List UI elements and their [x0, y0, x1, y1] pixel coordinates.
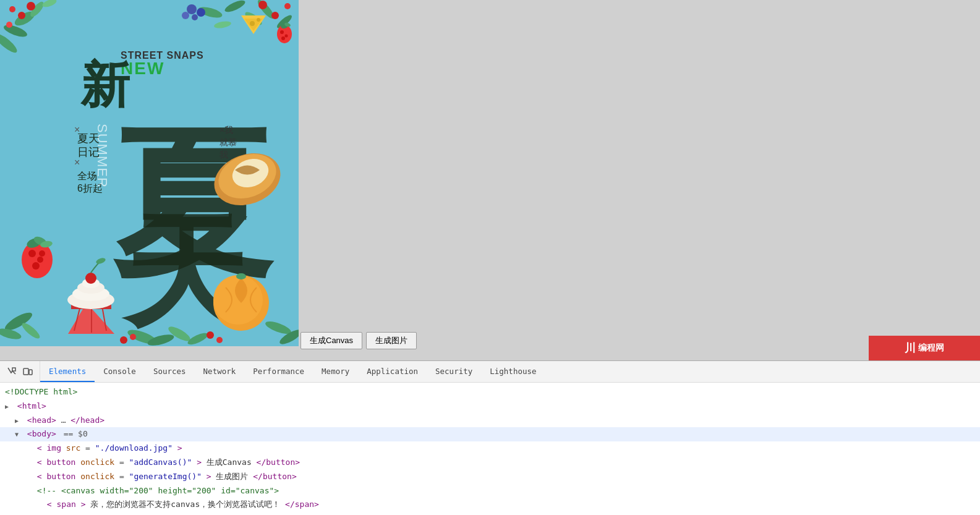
devtools-toolbar: Elements Console Sources Network Perform… — [0, 361, 980, 383]
webpage-buttons-container: 生成Canvas 生成图片 — [300, 332, 417, 349]
html-line-html[interactable]: ▶ <html> — [0, 399, 980, 414]
devtools-tabs: Elements Console Sources Network Perform… — [40, 361, 980, 382]
svg-text:×我: ×我 — [219, 125, 233, 135]
logo-icon: 川 — [905, 341, 916, 355]
svg-point-18 — [258, 1, 267, 9]
svg-point-32 — [192, 14, 198, 20]
tab-lighthouse[interactable]: Lighthouse — [481, 361, 545, 382]
svg-point-67 — [85, 273, 96, 284]
svg-text:新: 新 — [80, 57, 130, 113]
expand-arrow[interactable]: ▶ — [5, 402, 12, 412]
svg-text:全场: 全场 — [77, 171, 97, 181]
device-toolbar-icon[interactable] — [21, 365, 35, 378]
logo-text: 编程网 — [918, 343, 944, 354]
expand-arrow-head[interactable]: ▶ — [15, 416, 22, 426]
svg-point-22 — [257, 18, 260, 22]
tab-security[interactable]: Security — [427, 361, 481, 382]
svg-point-76 — [120, 336, 127, 344]
svg-point-54 — [32, 262, 40, 270]
svg-point-21 — [250, 21, 255, 26]
svg-rect-85 — [23, 368, 28, 375]
html-line-comment-canvas-open[interactable]: <!-- <canvas width="200" height="200" id… — [0, 484, 980, 498]
svg-point-53 — [37, 257, 43, 263]
svg-text:夏天: 夏天 — [77, 132, 100, 145]
svg-point-17 — [284, 3, 291, 9]
devtools-icon-group — [0, 361, 40, 382]
tab-elements[interactable]: Elements — [40, 361, 95, 382]
svg-point-26 — [281, 36, 285, 40]
html-line-head[interactable]: ▶ <head> … </head> — [0, 414, 980, 428]
svg-point-16 — [271, 12, 279, 19]
tab-memory[interactable]: Memory — [313, 361, 358, 382]
tab-application[interactable]: Application — [358, 361, 427, 382]
html-line-img[interactable]: < img src = "./download.jpg" > — [0, 441, 980, 456]
svg-point-30 — [197, 8, 205, 17]
webpage-area: NEW STREET SNAPS 新 夏 SUMMER 夏天 日记 × × 全场… — [0, 0, 980, 360]
svg-point-77 — [130, 334, 136, 340]
svg-text:就慕: 就慕 — [219, 137, 237, 147]
svg-point-24 — [280, 30, 284, 34]
inspect-element-icon[interactable] — [5, 365, 19, 378]
expand-arrow-body[interactable]: ▼ — [15, 430, 22, 440]
html-line-span[interactable]: < span > 亲，您的浏览器不支持canvas，换个浏览器试试吧！ </sp… — [0, 498, 980, 512]
svg-text:×: × — [74, 157, 80, 168]
tab-console[interactable]: Console — [95, 361, 145, 382]
generate-image-button[interactable]: 生成图片 — [366, 332, 417, 349]
svg-point-14 — [27, 2, 35, 11]
html-line-comment-canvas-close[interactable]: </canvas> --> — [0, 512, 980, 515]
main-container: NEW STREET SNAPS 新 夏 SUMMER 夏天 日记 × × 全场… — [0, 0, 980, 515]
svg-text:6折起: 6折起 — [77, 183, 103, 194]
svg-text:日记: 日记 — [77, 146, 100, 158]
generate-canvas-button[interactable]: 生成Canvas — [300, 332, 362, 349]
tab-sources[interactable]: Sources — [145, 361, 195, 382]
svg-point-25 — [285, 35, 288, 38]
html-line-button2[interactable]: < button onclick = "generateImg()" > 生成图… — [0, 470, 980, 484]
poster-image: NEW STREET SNAPS 新 夏 SUMMER 夏天 日记 × × 全场… — [0, 0, 299, 346]
svg-rect-86 — [29, 370, 32, 375]
svg-text:STREET SNAPS: STREET SNAPS — [121, 50, 204, 61]
svg-text:×: × — [74, 124, 80, 135]
site-logo: 川 编程网 — [869, 336, 980, 360]
svg-point-55 — [39, 250, 45, 257]
svg-point-13 — [9, 6, 15, 12]
svg-point-15 — [6, 22, 12, 28]
svg-point-31 — [182, 12, 189, 19]
tab-performance[interactable]: Performance — [244, 361, 313, 382]
svg-point-29 — [187, 4, 197, 14]
svg-point-71 — [236, 273, 246, 279]
devtools-panel: Elements Console Sources Network Perform… — [0, 360, 980, 515]
svg-point-78 — [207, 331, 214, 339]
svg-point-52 — [28, 250, 36, 257]
svg-point-12 — [18, 12, 25, 19]
html-line-button1[interactable]: < button onclick = "addCanvas()" > 生成Can… — [0, 456, 980, 470]
html-line-body[interactable]: ▼ <body> == $0 — [0, 427, 980, 441]
svg-point-79 — [216, 337, 223, 343]
html-line-doctype: <!DOCTYPE html> — [0, 385, 980, 399]
svg-text:我: 我 — [219, 150, 228, 160]
tab-network[interactable]: Network — [195, 361, 245, 382]
devtools-content[interactable]: <!DOCTYPE html> ▶ <html> ▶ <head> … </he… — [0, 383, 980, 515]
